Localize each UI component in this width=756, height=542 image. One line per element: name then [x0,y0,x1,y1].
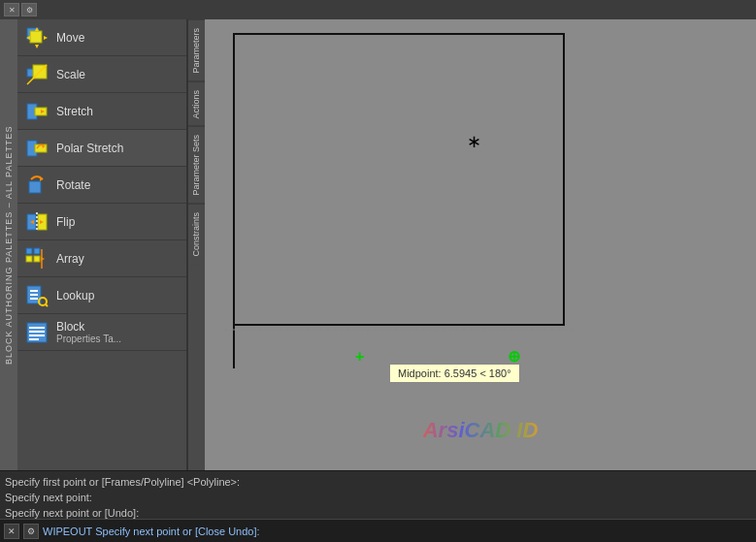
palette-item-flip[interactable]: Flip [17,204,186,240]
command-area: Specify first point or [Frames/Polyline]… [0,470,756,519]
block-properties-icon [23,319,50,346]
palette-item-move[interactable]: Move [17,19,186,56]
palette-item-lookup[interactable]: Lookup [17,277,186,314]
svg-rect-32 [30,298,38,300]
svg-rect-26 [34,256,40,262]
palette-item-polar-stretch[interactable]: Polar Stretch [17,130,186,167]
main-area: BLOCK AUTHORING PALETTES – ALL PALETTES … [0,19,756,470]
palette-label-block-properties-2: Properties Ta... [56,334,121,344]
svg-rect-31 [30,294,38,296]
cmd-close-btn[interactable]: ✕ [4,524,19,539]
watermark: ArsiCAD ID [423,418,539,443]
scale-icon [23,61,50,88]
drawing-canvas [224,29,574,373]
command-line-2: Specify next point: [5,490,751,505]
svg-rect-24 [34,248,40,254]
flip-icon [23,208,50,236]
palette-label-scale: Scale [56,68,85,81]
palette-label-polar-stretch: Polar Stretch [56,142,123,155]
palette-label-move: Move [56,31,84,45]
palette-label-array: Array [56,252,84,266]
svg-marker-3 [35,45,39,48]
tab-parameter-sets[interactable]: Parameter Sets [188,126,205,204]
cmd-prefix: WIPEOUT Specify next point or [Close Und… [43,526,260,537]
svg-rect-39 [29,338,39,340]
svg-marker-5 [44,36,48,40]
tab-actions[interactable]: Actions [188,81,205,127]
svg-line-34 [46,304,48,306]
array-icon [23,245,50,272]
top-bar-btn-2[interactable]: ⚙ [21,3,37,16]
svg-rect-23 [26,248,32,254]
tool-palette: Move Scale Stre [17,19,187,470]
palette-label-lookup: Lookup [56,289,94,303]
svg-rect-1 [30,31,42,43]
tab-parameters[interactable]: Parameters [188,19,205,81]
palette-item-stretch[interactable]: Stretch [17,93,186,130]
svg-rect-25 [26,256,32,262]
polar-stretch-icon [23,135,50,162]
palette-item-scale[interactable]: Scale [17,56,186,93]
command-input-bar: ✕ ⚙ WIPEOUT Specify next point or [Close… [0,519,756,542]
svg-rect-40 [234,34,564,325]
palette-label-block-properties-1: Block [56,320,121,334]
svg-rect-37 [29,331,45,333]
svg-rect-16 [29,181,41,193]
lookup-icon [23,282,50,309]
top-bar-btn-1[interactable]: ✕ [4,3,19,16]
tab-constraints[interactable]: Constraints [188,204,205,265]
palette-item-block-properties[interactable]: Block Properties Ta... [17,314,186,351]
svg-rect-30 [30,290,38,292]
canvas-area[interactable]: ∗ + ⊕ Midpoint: 6.5945 < 180° ArsiCAD ID [205,19,756,470]
move-icon [23,24,50,51]
right-tabs: Parameters Actions Parameter Sets Constr… [187,19,205,470]
cross-marker-left: + [355,348,364,366]
command-line-1: Specify first point or [Frames/Polyline]… [5,474,751,490]
left-label: BLOCK AUTHORING PALETTES – ALL PALETTES [0,19,17,470]
palette-label-stretch: Stretch [56,105,93,118]
cmd-options-btn[interactable]: ⚙ [23,524,39,539]
command-input-field[interactable] [264,526,752,537]
rotate-icon [23,172,50,199]
asterisk-marker: ∗ [467,131,481,152]
stretch-icon [23,98,50,125]
palette-label-flip: Flip [56,215,75,229]
svg-rect-38 [29,335,45,336]
palette-label-rotate: Rotate [56,178,90,192]
palette-item-array[interactable]: Array [17,240,186,277]
svg-rect-36 [29,327,45,329]
midpoint-tooltip: Midpoint: 6.5945 < 180° [389,364,520,383]
top-bar: ✕ ⚙ [0,0,756,19]
palette-item-rotate[interactable]: Rotate [17,167,186,204]
